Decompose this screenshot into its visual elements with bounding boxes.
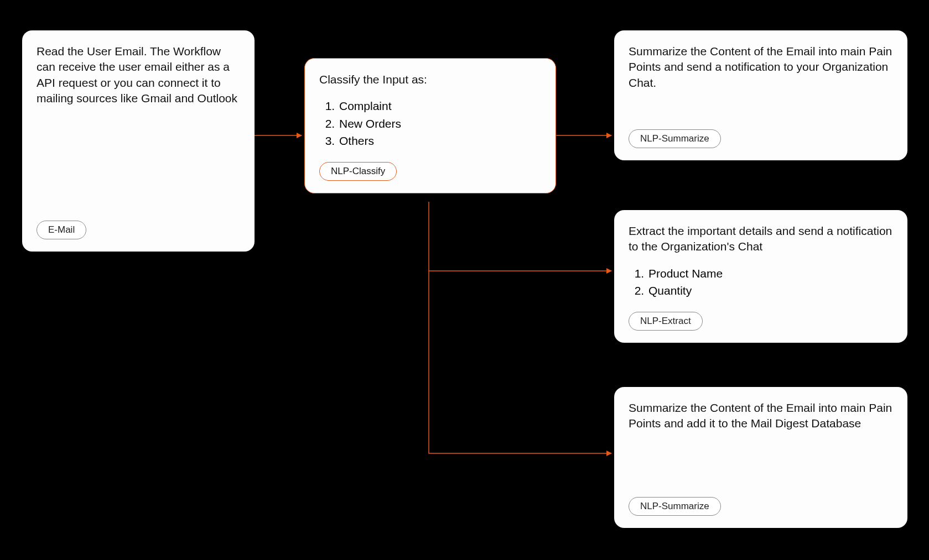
tag-email: E-Mail (37, 221, 86, 239)
list-item: Quantity (647, 282, 893, 300)
node-email-text: Read the User Email. The Workflow can re… (37, 44, 240, 106)
list-item: Product Name (647, 265, 893, 282)
diagram-canvas: Read the User Email. The Workflow can re… (0, 0, 929, 560)
node-summarize-bottom-text: Summarize the Content of the Email into … (629, 400, 893, 432)
list-item: New Orders (338, 115, 541, 133)
tag-summarize-top: NLP-Summarize (629, 129, 721, 148)
tag-extract: NLP-Extract (629, 312, 703, 331)
node-extract-text: Extract the important details and send a… (629, 223, 893, 255)
list-item: Complaint (338, 97, 541, 115)
node-summarize-bottom[interactable]: Summarize the Content of the Email into … (614, 387, 907, 528)
node-classify-heading: Classify the Input as: (319, 72, 541, 87)
list-item: Others (338, 132, 541, 150)
node-classify[interactable]: Classify the Input as: Complaint New Ord… (304, 58, 556, 193)
tag-classify: NLP-Classify (319, 162, 397, 181)
node-extract-list: Product Name Quantity (629, 265, 893, 300)
node-extract[interactable]: Extract the important details and send a… (614, 210, 907, 343)
node-email[interactable]: Read the User Email. The Workflow can re… (22, 30, 255, 252)
tag-summarize-bottom: NLP-Summarize (629, 497, 721, 516)
node-classify-list: Complaint New Orders Others (319, 97, 541, 150)
node-summarize-top[interactable]: Summarize the Content of the Email into … (614, 30, 907, 160)
node-summarize-top-text: Summarize the Content of the Email into … (629, 44, 893, 91)
